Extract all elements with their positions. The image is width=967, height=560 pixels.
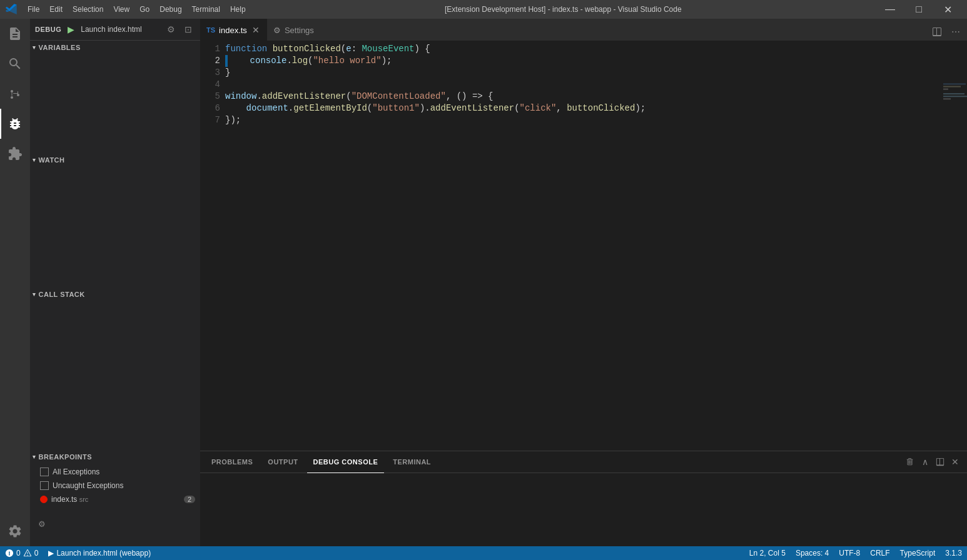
activity-bar	[0, 19, 30, 546]
clear-all-icon	[906, 458, 914, 466]
settings-gear-icon	[8, 524, 23, 539]
status-spaces[interactable]: Spaces: 4	[791, 546, 834, 560]
activity-explorer[interactable]	[0, 19, 30, 49]
token: log	[292, 55, 308, 67]
status-encoding[interactable]: UTF-8	[834, 546, 865, 560]
activity-source-control[interactable]	[0, 79, 30, 109]
uncaught-exceptions-label: Uncaught Exceptions	[53, 481, 195, 490]
token: (	[308, 55, 313, 67]
watch-title[interactable]: ▾ WATCH	[30, 153, 200, 167]
status-errors[interactable]: 0 0	[0, 546, 43, 560]
status-left: 0 0 ▶ Launch index.html (webapp)	[0, 546, 156, 560]
menu-selection[interactable]: Selection	[68, 0, 108, 19]
debug-gear-button[interactable]: ⚙	[164, 22, 178, 36]
debug-split-button[interactable]: ⊡	[181, 22, 195, 36]
variables-title[interactable]: ▾ VARIABLES	[30, 41, 200, 54]
tab-index-ts-close[interactable]: ✕	[251, 25, 261, 35]
token: buttonClicked	[567, 102, 635, 114]
menu-go[interactable]: Go	[134, 0, 154, 19]
index-ts-label: index.ts src	[51, 495, 180, 504]
minimize-button[interactable]: —	[876, 0, 904, 19]
index-ts-count: 2	[184, 496, 195, 503]
error-count: 0	[16, 549, 21, 558]
line-numbers: 1 2 3 4 5 6 7	[200, 41, 225, 451]
tab-index-ts[interactable]: TS index.ts ✕	[200, 19, 267, 41]
token: , () => {	[446, 91, 494, 102]
breakpoints-title[interactable]: ▾ BREAKPOINTS	[30, 450, 200, 464]
tab-settings[interactable]: ⚙ Settings	[267, 19, 320, 41]
all-exceptions-checkbox[interactable]	[40, 468, 49, 476]
status-version: 3.1.3	[940, 546, 967, 560]
breakpoint-all-exceptions[interactable]: All Exceptions	[30, 465, 200, 479]
run-icon: ▶	[48, 549, 54, 558]
index-ts-checkbox[interactable]	[40, 496, 48, 503]
more-actions-button[interactable]: ⋯	[947, 23, 964, 41]
panel-tab-debug-console[interactable]: DEBUG CONSOLE	[307, 451, 385, 473]
menu-debug[interactable]: Debug	[154, 0, 186, 19]
svg-rect-5	[943, 98, 951, 99]
token: ) {	[414, 43, 430, 55]
status-right: Ln 2, Col 5 Spaces: 4 UTF-8 CRLF TypeScr…	[744, 546, 967, 560]
status-position[interactable]: Ln 2, Col 5	[744, 546, 791, 560]
debug-config-name: Launch index.html	[81, 25, 160, 34]
activity-search[interactable]	[0, 49, 30, 79]
status-language[interactable]: TypeScript	[895, 546, 941, 560]
activity-debug[interactable]	[0, 109, 30, 139]
panel-scroll-up-button[interactable]: ∧	[918, 455, 932, 469]
token: .	[288, 102, 293, 114]
source-control-icon	[8, 86, 23, 101]
token: }	[225, 67, 230, 79]
code-line-6: document.getElementById("button1").addEv…	[225, 102, 967, 114]
menu-file[interactable]: File	[23, 0, 44, 19]
panel-close-button[interactable]: ✕	[948, 455, 962, 469]
run-label: Launch index.html (webapp)	[56, 549, 151, 558]
token: getElementById	[293, 102, 367, 114]
code-line-1: function buttonClicked(e: MouseEvent) {	[225, 43, 967, 55]
debug-run-button[interactable]: ▶	[65, 23, 77, 36]
breakpoints-chevron: ▾	[33, 454, 36, 460]
panel-split-button[interactable]	[933, 455, 947, 469]
activity-settings[interactable]	[0, 516, 30, 546]
token: window	[225, 91, 256, 102]
panel-tab-output[interactable]: OUTPUT	[261, 451, 304, 473]
panel-tab-problems[interactable]: PROBLEMS	[205, 451, 259, 473]
uncaught-exceptions-checkbox[interactable]	[40, 481, 49, 490]
panel: PROBLEMS OUTPUT DEBUG CONSOLE TERMINAL ∧…	[200, 451, 967, 546]
line-num-7: 7	[200, 114, 220, 126]
menu-terminal[interactable]: Terminal	[187, 0, 225, 19]
menu-view[interactable]: View	[108, 0, 134, 19]
panel-tab-terminal[interactable]: TERMINAL	[387, 451, 437, 473]
token: (	[367, 102, 372, 114]
activity-extensions[interactable]	[0, 139, 30, 169]
svg-rect-0	[943, 83, 966, 84]
token: e	[346, 43, 351, 55]
breakpoint-index-ts[interactable]: index.ts src 2	[30, 492, 200, 506]
breakpoints-gear-button[interactable]: ⚙	[35, 517, 49, 531]
variables-label: VARIABLES	[39, 44, 81, 51]
settings-tab-icon: ⚙	[273, 26, 281, 35]
tab-settings-label: Settings	[285, 26, 314, 35]
token: .	[256, 91, 261, 102]
token: ,	[556, 102, 567, 114]
status-run[interactable]: ▶ Launch index.html (webapp)	[43, 546, 156, 560]
callstack-content	[30, 301, 200, 304]
debug-icon	[8, 116, 23, 131]
maximize-button[interactable]: □	[904, 0, 933, 19]
code-area[interactable]: function buttonClicked(e: MouseEvent) { …	[225, 41, 967, 451]
token: .	[286, 55, 291, 67]
panel-content	[200, 473, 967, 546]
status-line-ending[interactable]: CRLF	[865, 546, 894, 560]
panel-clear-button[interactable]	[903, 455, 917, 469]
token: );	[635, 102, 646, 114]
split-editor-button[interactable]	[928, 23, 946, 41]
menu-help[interactable]: Help	[225, 0, 251, 19]
line-num-3: 3	[200, 67, 220, 79]
svg-rect-3	[943, 93, 964, 94]
callstack-title[interactable]: ▾ CALL STACK	[30, 288, 200, 301]
breakpoint-uncaught-exceptions[interactable]: Uncaught Exceptions	[30, 479, 200, 492]
debug-toolbar: DEBUG ▶ Launch index.html ⚙ ⊡	[30, 19, 200, 41]
window-title: [Extension Development Host] - index.ts …	[251, 5, 876, 14]
close-button[interactable]: ✕	[933, 0, 962, 19]
menu-edit[interactable]: Edit	[44, 0, 68, 19]
debug-label: DEBUG	[35, 26, 61, 33]
